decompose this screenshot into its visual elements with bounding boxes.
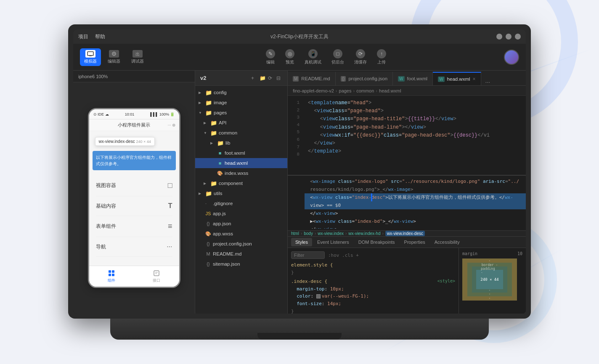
tree-item-app-json[interactable]: ▶ {} app.json	[195, 219, 287, 229]
code-line-8	[308, 156, 526, 164]
tab-interface[interactable]: 接口	[153, 269, 160, 283]
tab-close-icon[interactable]: ×	[473, 76, 476, 82]
tree-item-foot-wxml[interactable]: ▶ ■ foot.wxml	[195, 148, 287, 158]
filetree-root: v2	[200, 75, 206, 81]
svg-rect-1	[89, 55, 92, 56]
svg-rect-9	[154, 271, 159, 276]
tree-item-sitemap[interactable]: ▶ {} sitemap.json	[195, 259, 287, 269]
tree-item-gitignore[interactable]: ▶ · .gitignore	[195, 198, 287, 208]
elem-body[interactable]: body	[304, 231, 313, 236]
tree-item-component[interactable]: ▶ 📁 component	[195, 178, 287, 188]
breadcrumb-sep: ›	[353, 88, 355, 93]
tab-project-label: project.config.json	[348, 76, 387, 81]
dt-tab-accessibility[interactable]: Accessibility	[430, 238, 464, 246]
filter-bar: :hov .cls +	[291, 251, 455, 259]
edit-action[interactable]: ✎ 编辑	[262, 47, 279, 67]
iphone-title-bar: 小程序组件展示 ··· ⊕	[89, 119, 179, 131]
list-item[interactable]: 基础内容 T	[96, 196, 172, 216]
code-editor[interactable]: 12345678 <template name="head"> <view cl…	[288, 96, 526, 175]
code-content[interactable]: <template name="head"> <view class="page…	[303, 96, 526, 175]
styles-panel: :hov .cls + element.style { } .index-des…	[288, 248, 459, 314]
tab-components[interactable]: 组件	[108, 269, 115, 283]
breadcrumb-item-1[interactable]: pages	[339, 88, 352, 93]
title-dots[interactable]: ··· ⊕	[167, 123, 175, 127]
iphone-frame: ⊙ IDE ☁ 10:01 ▌▌▌ 100% 🔋 小程序组件展示 ··· ⊕	[88, 108, 180, 288]
tree-item-index-wxss[interactable]: ▶ 🎨 index.wxss	[195, 168, 287, 178]
css-source-link[interactable]: <style>	[437, 278, 455, 285]
preview-action[interactable]: ◎ 预览	[281, 47, 299, 67]
tab-more[interactable]: ···	[481, 79, 495, 85]
code-line-6: </view>	[308, 140, 526, 148]
breadcrumb-item-2[interactable]: common	[356, 88, 374, 93]
tree-item-image[interactable]: ▶ 📁 image	[195, 98, 287, 108]
list-item[interactable]: 视图容器 □	[96, 175, 172, 196]
main-content: iphone6 100% ⊙ IDE ☁ 10:01 ▌▌▌ 100% 🔋	[73, 71, 526, 314]
clearcache-label: 清缓存	[354, 59, 367, 65]
app-title: 小程序组件展示	[118, 122, 150, 128]
bm-margin-top: -	[489, 259, 491, 263]
simulator-button[interactable]: 模拟器	[80, 48, 101, 66]
editor-button[interactable]: 编辑器	[103, 48, 125, 66]
upload-action[interactable]: ↑ 上传	[373, 47, 390, 67]
iphone-status-bar: ⊙ IDE ☁ 10:01 ▌▌▌ 100% 🔋	[89, 109, 179, 119]
filetree-collapse-icon[interactable]: ⊟	[276, 75, 282, 81]
tree-item-common[interactable]: ▼ 📁 common	[195, 128, 287, 138]
tree-item-project-json[interactable]: ▶ {} project.config.json	[195, 239, 287, 249]
list-label-1: 基础内容	[96, 203, 116, 210]
tree-item-api[interactable]: ▶ 📁 API	[195, 118, 287, 128]
list-item[interactable]: 表单组件 ≡	[96, 216, 172, 237]
breadcrumb-item-0[interactable]: fino-applet-demo-v2	[293, 88, 334, 93]
dt-tab-events[interactable]: Event Listeners	[313, 238, 353, 246]
maximize-button[interactable]	[506, 34, 512, 40]
elem-html[interactable]: html	[291, 231, 299, 236]
background-label: 切后台	[331, 59, 344, 65]
dt-tab-styles[interactable]: Styles	[291, 238, 312, 246]
tree-item-lib[interactable]: ▶ 📁 lib	[195, 138, 287, 148]
dt-tab-properties[interactable]: Properties	[400, 238, 429, 246]
elem-wxview-desc[interactable]: wx-view.index-desc	[385, 231, 425, 236]
minimize-button[interactable]	[496, 34, 502, 40]
app-window: 项目 帮助 v2-FinClip小程序开发工具 模拟器	[73, 29, 526, 314]
list-item[interactable]: 导航 ···	[96, 237, 172, 257]
filetree-refresh-icon[interactable]: ⟳	[268, 75, 274, 81]
tree-item-app-wxss[interactable]: ▶ 🎨 app.wxss	[195, 229, 287, 239]
tab-project-config[interactable]: {} project.config.json	[336, 72, 393, 85]
tree-item-utils[interactable]: ▶ 📁 utils	[195, 188, 287, 198]
user-avatar[interactable]	[504, 50, 519, 65]
edit-label: 编辑	[266, 59, 275, 65]
filetree-add-icon[interactable]: +	[251, 75, 257, 81]
line-numbers: 12345678	[288, 96, 303, 175]
svg-rect-7	[109, 274, 111, 276]
menu-help[interactable]: 帮助	[95, 33, 105, 40]
close-button[interactable]	[515, 34, 521, 40]
src-line-2: resources/kind/logo.png">_</wx-image>	[305, 185, 526, 193]
elem-wxview-hd[interactable]: wx-view.index-hd	[348, 231, 380, 236]
color-swatch	[316, 294, 321, 298]
tree-item-pages[interactable]: ▼ 📁 pages	[195, 108, 287, 118]
bm-content-size: 240 × 44	[480, 277, 498, 282]
tree-item-app-js[interactable]: ▶ JS app.js	[195, 208, 287, 219]
upload-icon: ↑	[377, 49, 386, 58]
filetree-folder-icon[interactable]: 📁	[260, 75, 265, 81]
tab-foot-label: foot.wxml	[407, 76, 428, 81]
realdevice-action[interactable]: 📱 真机调试	[300, 47, 326, 67]
tree-item-config[interactable]: ▶ 📁 config	[195, 87, 287, 98]
tab-foot-wxml[interactable]: W foot.wxml	[393, 72, 433, 85]
breadcrumb: fino-applet-demo-v2 › pages › common › h…	[288, 86, 526, 96]
tab-head-wxml[interactable]: W head.wxml ×	[433, 72, 481, 85]
clearcache-action[interactable]: ⟳ 清缓存	[350, 47, 371, 67]
tree-item-readme[interactable]: ▶ M README.md	[195, 249, 287, 259]
dt-tab-breakpoints[interactable]: DOM Breakpoints	[354, 238, 399, 246]
file-tree: ▶ 📁 config ▶ 📁 image ▼ 📁 pages	[195, 86, 287, 314]
background-action[interactable]: □ 切后台	[327, 47, 348, 67]
tree-item-head-wxml[interactable]: ▶ ■ head.wxml	[195, 158, 287, 168]
breadcrumb-item-3[interactable]: head.wxml	[379, 88, 401, 93]
filetree-header: v2 + 📁 ⟳ ⊟	[195, 71, 287, 86]
tab-readme[interactable]: M README.md	[288, 72, 336, 85]
elem-wxview-index[interactable]: wx-view.index	[318, 231, 344, 236]
menu-project[interactable]: 项目	[78, 33, 88, 40]
filter-input[interactable]	[291, 251, 325, 259]
menu-bar: 项目 帮助	[78, 33, 105, 40]
tab-head-label: head.wxml	[447, 76, 470, 82]
debugger-button[interactable]: 出 调试器	[127, 48, 148, 66]
